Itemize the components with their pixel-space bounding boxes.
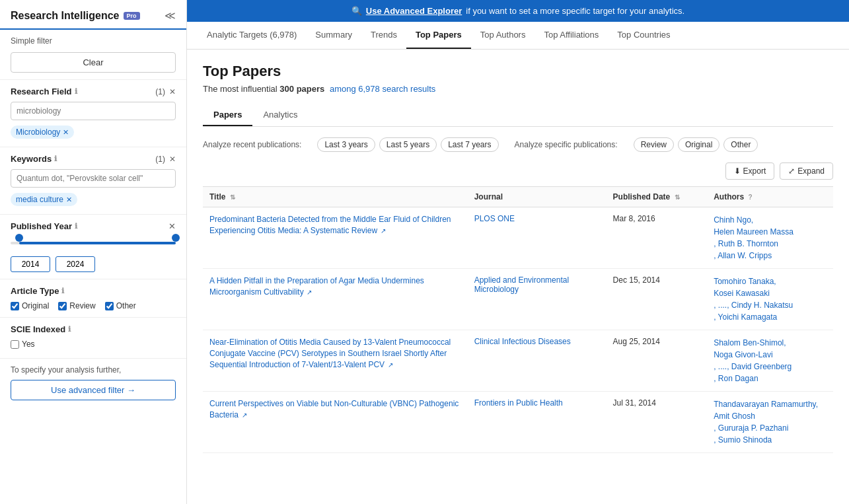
- published-date-0: Mar 8, 2016: [607, 207, 708, 269]
- author-link-3[interactable]: , Sumio Shinoda: [714, 434, 827, 446]
- keywords-info-icon[interactable]: ℹ: [54, 155, 57, 163]
- pill-last-3-years[interactable]: Last 3 years: [317, 137, 375, 152]
- paper-title-link-2[interactable]: Near-Elimination of Otitis Media Caused …: [209, 338, 451, 369]
- pill-last-7-years[interactable]: Last 7 years: [441, 137, 498, 152]
- year-range-inputs: [11, 256, 176, 272]
- journal-link-1[interactable]: Applied and Environmental Microbiology: [474, 275, 569, 294]
- research-field-tags: Microbiology ✕: [11, 124, 176, 140]
- author-link-0[interactable]: Helen Maureen Massa: [714, 226, 827, 238]
- sub-tab-papers[interactable]: Papers: [203, 104, 252, 126]
- content-area: Top Papers The most influential 300 pape…: [187, 50, 849, 504]
- sub-tab-analytics[interactable]: Analytics: [252, 104, 308, 126]
- paper-title-link-0[interactable]: Predominant Bacteria Detected from the M…: [209, 215, 451, 235]
- keywords-input[interactable]: [11, 169, 176, 188]
- pill-original[interactable]: Original: [678, 137, 720, 152]
- author-link-0[interactable]: , Allan W. Cripps: [714, 250, 827, 262]
- published-date-2: Aug 25, 2014: [607, 330, 708, 392]
- review-checkbox-label[interactable]: Review: [58, 301, 95, 310]
- date-sort-icon[interactable]: ⇅: [675, 194, 680, 201]
- external-link-icon-0: ↗: [379, 227, 386, 234]
- media-culture-tag-close[interactable]: ✕: [66, 196, 72, 204]
- tab-analytic-targets[interactable]: Analytic Targets (6,978): [198, 22, 306, 49]
- table-row: Current Perspectives on Viable but Non-C…: [203, 392, 833, 453]
- review-checkbox[interactable]: [58, 302, 67, 310]
- year-range-slider[interactable]: [11, 236, 176, 250]
- tab-top-countries[interactable]: Top Countries: [608, 22, 679, 49]
- author-link-3[interactable]: , Gururaja P. Pazhani: [714, 422, 827, 434]
- pill-other[interactable]: Other: [723, 137, 758, 152]
- external-link-icon-3: ↗: [240, 412, 247, 419]
- tab-top-papers[interactable]: Top Papers: [406, 22, 471, 49]
- title-sort-icon[interactable]: ⇅: [230, 194, 235, 201]
- specific-pills: Review Original Other: [634, 137, 758, 152]
- clear-button[interactable]: Clear: [11, 52, 176, 73]
- author-link-1[interactable]: Kosei Kawasaki: [714, 287, 827, 299]
- research-field-input[interactable]: [11, 102, 176, 120]
- collapse-icon[interactable]: ≪: [165, 9, 176, 22]
- tab-bar: Analytic Targets (6,978) Summary Trends …: [187, 22, 849, 50]
- scie-yes-checkbox-label[interactable]: Yes: [11, 340, 176, 349]
- tab-summary[interactable]: Summary: [306, 22, 361, 49]
- year-max-input[interactable]: [55, 256, 95, 272]
- scie-indexed-label: SCIE Indexed ℹ: [11, 324, 71, 334]
- advanced-explorer-link[interactable]: Use Advanced Explorer: [366, 6, 462, 16]
- scie-indexed-info-icon[interactable]: ℹ: [68, 325, 71, 334]
- subtitle-link[interactable]: among 6,978 search results: [330, 84, 435, 94]
- author-link-1[interactable]: , ...., Cindy H. Nakatsu: [714, 299, 827, 311]
- journal-link-0[interactable]: PLOS ONE: [474, 214, 515, 223]
- published-year-close-icon[interactable]: ✕: [168, 221, 176, 231]
- author-link-1[interactable]: , Yoichi Kamagata: [714, 311, 827, 323]
- original-checkbox-label[interactable]: Original: [11, 301, 49, 310]
- specific-filter-label: Analyze specific publications:: [515, 140, 618, 149]
- published-year-info-icon[interactable]: ℹ: [75, 222, 77, 231]
- author-link-1[interactable]: Tomohiro Tanaka,: [714, 275, 827, 287]
- paper-title-link-1[interactable]: A Hidden Pitfall in the Preparation of A…: [209, 276, 424, 297]
- tab-trends[interactable]: Trends: [361, 22, 406, 49]
- other-checkbox[interactable]: [105, 302, 114, 310]
- research-field-info-icon[interactable]: ℹ: [75, 87, 77, 96]
- microbiology-tag-close[interactable]: ✕: [63, 128, 69, 137]
- author-link-0[interactable]: , Ruth B. Thornton: [714, 238, 827, 250]
- keywords-close-icon[interactable]: ✕: [169, 155, 176, 164]
- table-row: A Hidden Pitfall in the Preparation of A…: [203, 269, 833, 330]
- scie-yes-checkbox[interactable]: [11, 340, 19, 349]
- journal-link-3[interactable]: Frontiers in Public Health: [474, 398, 563, 408]
- other-checkbox-label[interactable]: Other: [105, 301, 136, 310]
- keywords-count: (1): [155, 155, 165, 164]
- original-checkbox[interactable]: [11, 302, 19, 310]
- research-field-count: (1): [155, 87, 165, 96]
- author-link-2[interactable]: , ...., David Greenberg: [714, 361, 827, 373]
- papers-tbody: Predominant Bacteria Detected from the M…: [203, 207, 833, 453]
- subtitle-text: The most influential: [203, 84, 277, 94]
- article-type-info-icon[interactable]: ℹ: [61, 287, 64, 295]
- pro-badge: Pro: [124, 12, 140, 20]
- range-thumb-left[interactable]: [15, 234, 23, 242]
- research-field-close-icon[interactable]: ✕: [169, 87, 176, 96]
- scie-indexed-section: SCIE Indexed ℹ Yes: [0, 317, 186, 355]
- microbiology-tag[interactable]: Microbiology ✕: [11, 126, 74, 139]
- export-button[interactable]: ⬇ Export: [725, 162, 775, 180]
- expand-button[interactable]: ⤢ Expand: [780, 162, 833, 180]
- published-year-header: Published Year ℹ ✕: [11, 221, 176, 231]
- year-min-input[interactable]: [11, 256, 50, 272]
- published-date-1: Dec 15, 2014: [607, 269, 708, 330]
- author-link-3[interactable]: Amit Ghosh: [714, 410, 827, 422]
- research-field-controls: (1) ✕: [155, 87, 176, 96]
- tab-top-authors[interactable]: Top Authors: [471, 22, 535, 49]
- author-link-2[interactable]: , Ron Dagan: [714, 373, 827, 384]
- authors-help-icon[interactable]: ?: [749, 194, 753, 201]
- pill-last-5-years[interactable]: Last 5 years: [379, 137, 437, 152]
- author-link-3[interactable]: Thandavarayan Ramamurthy,: [714, 398, 827, 410]
- tab-top-affiliations[interactable]: Top Affiliations: [535, 22, 608, 49]
- advanced-filter-button[interactable]: Use advanced filter →: [11, 380, 176, 400]
- pill-review[interactable]: Review: [634, 137, 674, 152]
- author-link-2[interactable]: Noga Givon-Lavi: [714, 349, 827, 361]
- range-thumb-right[interactable]: [172, 234, 180, 242]
- subtitle-highlight: 300 papers: [279, 84, 324, 94]
- page-title: Top Papers: [203, 63, 833, 80]
- scie-indexed-header: SCIE Indexed ℹ: [11, 324, 176, 334]
- author-link-2[interactable]: Shalom Ben-Shimol,: [714, 337, 827, 349]
- media-culture-tag[interactable]: media culture ✕: [11, 193, 77, 206]
- journal-link-2[interactable]: Clinical Infectious Diseases: [474, 337, 571, 346]
- author-link-0[interactable]: Chinh Ngo,: [714, 214, 827, 226]
